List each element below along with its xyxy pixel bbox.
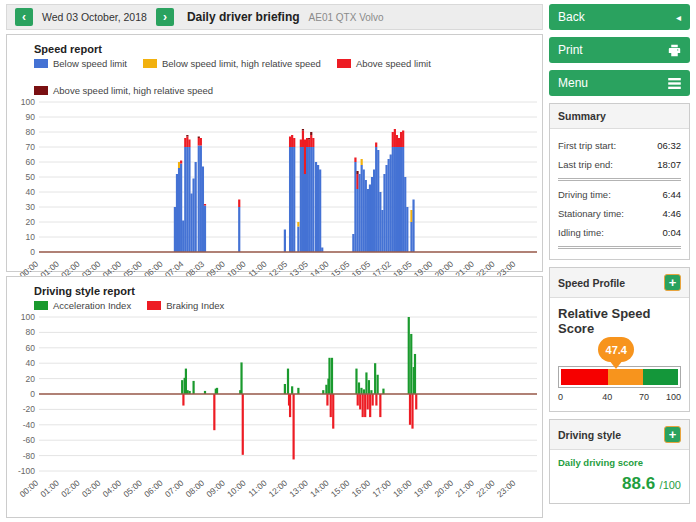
bar-segment-blue — [188, 147, 190, 252]
bar-segment-blue — [310, 147, 312, 252]
bar-segment-blue — [412, 200, 414, 253]
bar-segment-blue — [381, 210, 383, 252]
bar-segment-blue — [377, 150, 379, 252]
bar-segment-blue — [352, 234, 354, 252]
speed-profile-panel: Speed Profile + Relative Speed Score 47.… — [549, 267, 690, 412]
bar-segment-red — [310, 135, 312, 147]
bar-segment-blue — [306, 147, 308, 252]
svg-text:22:00: 22:00 — [474, 478, 497, 500]
back-button[interactable]: Back ◂ — [549, 4, 690, 30]
bar-segment-blue — [367, 189, 369, 252]
gauge-zone — [561, 369, 608, 385]
bar-segment-blue — [383, 174, 385, 252]
legend-swatch — [34, 59, 48, 68]
braking-bar — [372, 394, 374, 406]
menu-button[interactable]: Menu — [549, 70, 690, 96]
svg-text:100: 100 — [21, 97, 35, 107]
driving-style-title: Driving style — [558, 429, 621, 441]
svg-text:0: 0 — [30, 247, 35, 257]
svg-text:06:00: 06:00 — [142, 478, 165, 500]
acceleration-bar — [240, 362, 242, 394]
acceleration-bar — [374, 363, 376, 394]
bar-segment-blue — [396, 147, 398, 252]
svg-text:13:00: 13:00 — [287, 478, 310, 500]
bar-segment-darkred — [308, 138, 310, 140]
legend-swatch — [147, 301, 161, 310]
gauge-tick-label: 0 — [558, 392, 563, 402]
bar-segment-blue — [190, 194, 192, 253]
svg-text:-40: -40 — [23, 420, 36, 430]
bar-segment-blue — [202, 167, 204, 253]
previous-day-button[interactable]: ‹ — [15, 8, 33, 26]
svg-text:05:00: 05:00 — [121, 478, 144, 500]
gridlines — [39, 102, 537, 252]
gauge-tick-labels: 04070100 — [558, 391, 681, 403]
bar-segment-blue — [284, 230, 286, 253]
svg-text:07:00: 07:00 — [163, 478, 186, 500]
svg-text:03:00: 03:00 — [80, 478, 103, 500]
svg-text:20:00: 20:00 — [433, 478, 456, 500]
svg-text:60: 60 — [26, 157, 36, 167]
bar-segment-red — [204, 204, 206, 206]
summary-title: Summary — [558, 110, 606, 122]
svg-text:40: 40 — [26, 187, 36, 197]
acceleration-bar — [331, 358, 333, 394]
bar-segment-blue — [402, 147, 404, 252]
divider — [558, 178, 681, 181]
svg-text:60: 60 — [26, 343, 36, 353]
svg-text:14:00: 14:00 — [308, 478, 331, 500]
bar-segment-blue — [198, 146, 200, 253]
next-day-button[interactable]: › — [156, 8, 174, 26]
summary-row-value: 06:32 — [657, 140, 681, 151]
bar-segment-blue — [312, 147, 314, 252]
bar-segment-blue — [200, 146, 202, 253]
braking-bar — [411, 394, 413, 429]
bar-segment-blue — [315, 162, 317, 252]
driving-style-report-title: Driving style report — [7, 277, 542, 300]
legend-item: Acceleration Index — [34, 300, 131, 311]
printer-icon — [668, 44, 681, 57]
summary-durations: Driving time:6:44Stationary time:4:46Idl… — [558, 185, 681, 242]
bar-segment-blue — [302, 147, 304, 252]
menu-button-label: Menu — [558, 76, 588, 90]
braking-bar — [242, 394, 244, 455]
summary-panel: Summary First trip start:06:32Last trip … — [549, 103, 690, 260]
gauge-tick-label: 70 — [639, 392, 649, 402]
acceleration-bar — [410, 334, 412, 394]
summary-row-label: First trip start: — [558, 140, 616, 151]
print-button-label: Print — [558, 43, 583, 57]
bar-segment-blue — [375, 147, 377, 252]
acceleration-bar — [287, 369, 289, 394]
acceleration-bar — [181, 380, 183, 394]
bar-segment-blue — [392, 147, 394, 252]
speed-report-title: Speed report — [7, 35, 542, 58]
svg-text:-100: -100 — [18, 466, 35, 476]
bar-segment-blue — [192, 179, 194, 253]
svg-text:100: 100 — [21, 312, 35, 322]
bar-segment-blue — [404, 177, 406, 252]
braking-bar — [415, 394, 417, 409]
bar-segment-red — [304, 140, 306, 175]
bar-segment-darkred — [356, 171, 358, 174]
bar-segment-blue — [390, 155, 392, 253]
bar-segment-blue — [317, 165, 319, 252]
acceleration-bar — [325, 385, 327, 394]
bar-segment-blue — [358, 174, 360, 252]
bar-segment-blue — [410, 222, 412, 252]
summary-row-label: Last trip end: — [558, 159, 613, 170]
braking-bar — [367, 394, 369, 409]
bar-segment-darkred — [310, 132, 312, 135]
print-button[interactable]: Print — [549, 37, 690, 63]
braking-bar — [326, 394, 328, 406]
page-title: Daily driver briefing — [187, 10, 300, 24]
braking-bar — [213, 394, 215, 430]
gauge-tick-label: 40 — [602, 392, 612, 402]
svg-text:02:00: 02:00 — [59, 478, 82, 500]
expand-driving-style-button[interactable]: + — [664, 426, 681, 443]
speed-report-legend: Below speed limitBelow speed limit, high… — [7, 58, 542, 96]
bar-segment-blue — [186, 147, 188, 252]
bar-segment-red — [188, 140, 190, 148]
bar-segment-red — [238, 200, 240, 208]
expand-speed-profile-button[interactable]: + — [664, 274, 681, 291]
svg-text:17:00: 17:00 — [370, 478, 393, 500]
